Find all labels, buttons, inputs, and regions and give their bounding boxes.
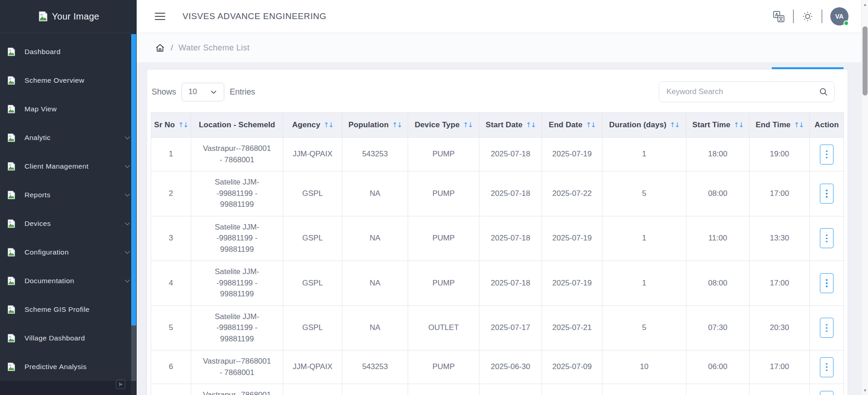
row-actions-button[interactable]: [820, 145, 833, 165]
sidebar-nav: DashboardScheme OverviewMap ViewAnalytic…: [0, 33, 137, 381]
column-header-population[interactable]: Population↑↓: [342, 113, 408, 138]
column-header-duration[interactable]: Duration (days)↑↓: [602, 113, 686, 138]
sort-icon[interactable]: ↑↓: [734, 121, 743, 129]
cell-start_date: 2025-07-18: [479, 171, 542, 216]
cell-population: 543253: [342, 138, 408, 171]
column-header-agency[interactable]: Agency↑↓: [283, 113, 342, 138]
row-actions-button[interactable]: [820, 391, 833, 395]
page-size-value: 10: [188, 87, 197, 96]
sidebar-item-label: Village Dashboard: [25, 334, 85, 342]
search-icon[interactable]: [819, 87, 829, 97]
cell-end_date: 2025-07-09: [542, 350, 602, 384]
row-actions-button[interactable]: [820, 273, 833, 293]
sidebar-scrollbar-thumb[interactable]: [131, 34, 136, 325]
cell-end_time: 13:30: [750, 216, 810, 261]
column-header-end_time[interactable]: End Time↑↓: [750, 113, 810, 138]
table-row: 3Satelite JJM--99881199 - 99881199GSPLNA…: [151, 216, 844, 261]
cell-population: NA: [342, 305, 408, 350]
entries-label: Entries: [230, 87, 255, 97]
cell-device: PUMP: [408, 138, 479, 171]
cell-start_date: 2025-07-18: [479, 216, 542, 261]
sidebar-item-client-management[interactable]: Client Management: [0, 152, 137, 180]
column-label: Action: [814, 120, 838, 129]
sidebar-scrollbar[interactable]: [131, 0, 137, 395]
row-actions-button[interactable]: [820, 228, 833, 248]
sort-icon[interactable]: ↑↓: [178, 121, 187, 129]
sort-icon[interactable]: ↑↓: [586, 121, 595, 129]
header-divider: [822, 10, 822, 23]
row-actions-button[interactable]: [820, 184, 833, 204]
cell-duration: 1: [602, 216, 686, 261]
theme-toggle-button[interactable]: [802, 10, 814, 22]
collapse-sidebar-button[interactable]: [116, 380, 125, 389]
cell-end_time: 17:00: [750, 261, 810, 306]
translate-icon: A: [773, 10, 785, 23]
table-row: 2Satelite JJM--99881199 - 99881199GSPLNA…: [151, 171, 844, 216]
sort-icon[interactable]: ↑↓: [670, 121, 679, 129]
cell-sr: [151, 384, 191, 395]
page-scrollbar[interactable]: ▲ ▼: [861, 0, 868, 395]
cell-location: Vastrapur--7868001 - 7868001: [191, 138, 283, 171]
sidebar-logo[interactable]: Your Image: [0, 0, 137, 33]
cell-duration: [602, 384, 686, 395]
column-header-start_date[interactable]: Start Date↑↓: [479, 113, 542, 138]
sort-icon[interactable]: ↑↓: [392, 121, 401, 129]
cell-duration: 1: [602, 138, 686, 171]
sidebar-item-devices[interactable]: Devices: [0, 209, 137, 238]
cell-sr: 5: [151, 305, 191, 350]
broken-image-icon: [6, 133, 16, 143]
language-translate-button[interactable]: A: [773, 10, 785, 23]
column-header-sr[interactable]: Sr No↑↓: [151, 113, 191, 138]
sort-icon[interactable]: ↑↓: [794, 121, 803, 129]
sidebar-item-predictive-analysis[interactable]: Predictive Analysis: [0, 352, 137, 381]
sidebar-item-map-view[interactable]: Map View: [0, 95, 137, 123]
cell-start_time: 18:00: [686, 138, 750, 171]
kebab-icon: [826, 190, 828, 191]
sidebar-item-documentation[interactable]: Documentation: [0, 266, 137, 295]
hamburger-menu-icon[interactable]: [155, 13, 165, 20]
sidebar-item-dashboard[interactable]: Dashboard: [0, 37, 137, 66]
cell-agency: [283, 384, 342, 395]
cell-end_date: [542, 384, 602, 395]
column-header-start_time[interactable]: Start Time↑↓: [686, 113, 750, 138]
sidebar-item-scheme-gis-profile[interactable]: Scheme GIS Profile: [0, 295, 137, 324]
cell-start_date: 2025-06-30: [479, 350, 542, 384]
sidebar-scrollbar-track: [131, 325, 136, 381]
cell-location: Satelite JJM--99881199 - 99881199: [191, 216, 283, 261]
row-actions-button[interactable]: [820, 357, 833, 377]
sidebar-item-scheme-overview[interactable]: Scheme Overview: [0, 66, 137, 95]
cell-start_time: [686, 384, 750, 395]
broken-image-icon: [6, 75, 16, 85]
column-header-end_date[interactable]: End Date↑↓: [542, 113, 602, 138]
sort-icon[interactable]: ↑↓: [526, 121, 535, 129]
cell-device: PUMP: [408, 216, 479, 261]
sidebar-item-village-dashboard[interactable]: Village Dashboard: [0, 324, 137, 352]
collapse-arrow-icon: [118, 381, 123, 387]
column-label: Start Time: [692, 120, 730, 129]
table-row: 6Vastrapur--7868001 - 7868001JJM-QPAIX54…: [151, 350, 844, 384]
cell-start_time: 08:00: [686, 261, 750, 306]
page-size-select[interactable]: 10: [182, 83, 224, 101]
broken-image-icon: [6, 190, 16, 200]
keyword-search-input[interactable]: [659, 81, 835, 102]
sidebar-item-label: Configuration: [25, 248, 69, 256]
row-actions-button[interactable]: [820, 318, 833, 338]
scroll-up-button[interactable]: ▲: [862, 1, 868, 8]
user-avatar[interactable]: VA: [830, 7, 848, 25]
sidebar-item-reports[interactable]: Reports: [0, 180, 137, 209]
cell-action: [810, 138, 844, 171]
cell-start_date: [479, 384, 542, 395]
page-scrollbar-thumb[interactable]: [863, 26, 868, 95]
cell-start_time: 07:30: [686, 305, 750, 350]
cell-duration: 5: [602, 305, 686, 350]
sort-icon[interactable]: ↑↓: [323, 121, 333, 129]
scroll-down-button[interactable]: ▼: [862, 387, 868, 394]
sort-icon[interactable]: ↑↓: [463, 121, 472, 129]
cell-agency: GSPL: [283, 305, 342, 350]
sidebar-item-configuration[interactable]: Configuration: [0, 238, 137, 266]
cell-device: PUMP: [408, 171, 479, 216]
column-header-device[interactable]: Device Type↑↓: [408, 113, 479, 138]
shows-label: Shows: [152, 87, 176, 97]
home-icon[interactable]: [155, 43, 165, 53]
sidebar-item-analytic[interactable]: Analytic: [0, 123, 137, 152]
